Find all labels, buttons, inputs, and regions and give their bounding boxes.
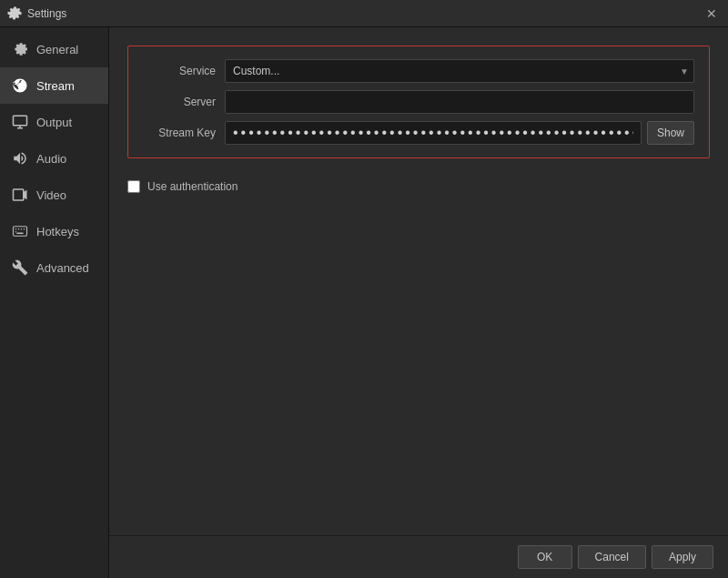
stream-key-input[interactable]: [225, 121, 642, 145]
stream-settings-box: Service Custom... ▼ Server Stream Key S: [127, 46, 710, 158]
hotkeys-icon: [11, 222, 29, 240]
service-select[interactable]: Custom...: [225, 59, 694, 83]
main-layout: General Stream Output: [0, 27, 728, 578]
titlebar-title: Settings: [27, 7, 66, 20]
close-button[interactable]: ✕: [703, 5, 721, 23]
sidebar-item-hotkeys[interactable]: Hotkeys: [0, 213, 108, 249]
server-input[interactable]: [225, 90, 694, 114]
advanced-icon: [11, 259, 29, 277]
sidebar-item-audio[interactable]: Audio: [0, 140, 108, 177]
show-key-button[interactable]: Show: [647, 121, 694, 145]
service-select-wrapper[interactable]: Custom... ▼: [225, 59, 694, 83]
titlebar-left: Settings: [7, 6, 66, 21]
server-label: Server: [143, 96, 216, 108]
video-icon: [11, 186, 29, 204]
sidebar-label-hotkeys: Hotkeys: [36, 225, 79, 238]
gear-icon: [11, 40, 29, 58]
bottom-bar: OK Cancel Apply: [109, 535, 728, 578]
sidebar-item-video[interactable]: Video: [0, 177, 108, 213]
sidebar-item-advanced[interactable]: Advanced: [0, 249, 108, 286]
server-row: Server: [143, 90, 694, 114]
audio-icon: [11, 149, 29, 167]
svg-rect-6: [14, 227, 27, 237]
sidebar-label-output: Output: [36, 116, 72, 129]
sidebar-label-general: General: [36, 43, 78, 56]
svg-rect-4: [14, 189, 24, 200]
sidebar-label-stream: Stream: [36, 79, 75, 93]
titlebar: Settings ✕: [0, 0, 728, 27]
sidebar-item-stream[interactable]: Stream: [0, 67, 108, 104]
use-auth-checkbox[interactable]: [127, 180, 140, 193]
sidebar-label-advanced: Advanced: [36, 261, 89, 275]
sidebar-item-general[interactable]: General: [0, 31, 108, 67]
sidebar: General Stream Output: [0, 27, 109, 578]
stream-key-row: Stream Key Show: [143, 121, 694, 145]
cancel-button[interactable]: Cancel: [578, 545, 646, 569]
stream-key-label: Stream Key: [143, 127, 216, 139]
apply-button[interactable]: Apply: [652, 545, 713, 569]
sidebar-item-output[interactable]: Output: [0, 104, 108, 140]
sidebar-label-video: Video: [36, 188, 66, 202]
ok-button[interactable]: OK: [518, 545, 572, 569]
sidebar-label-audio: Audio: [36, 152, 66, 166]
output-icon: [11, 113, 29, 131]
use-auth-label[interactable]: Use authentication: [147, 180, 238, 193]
content-area: Service Custom... ▼ Server Stream Key S: [109, 27, 728, 578]
svg-rect-1: [14, 116, 27, 126]
settings-window-icon: [7, 6, 22, 21]
stream-key-field-wrapper: Show: [225, 121, 694, 145]
stream-icon: [11, 76, 29, 95]
service-label: Service: [143, 65, 216, 77]
auth-checkbox-row: Use authentication: [127, 173, 710, 193]
service-row: Service Custom... ▼: [143, 59, 694, 83]
